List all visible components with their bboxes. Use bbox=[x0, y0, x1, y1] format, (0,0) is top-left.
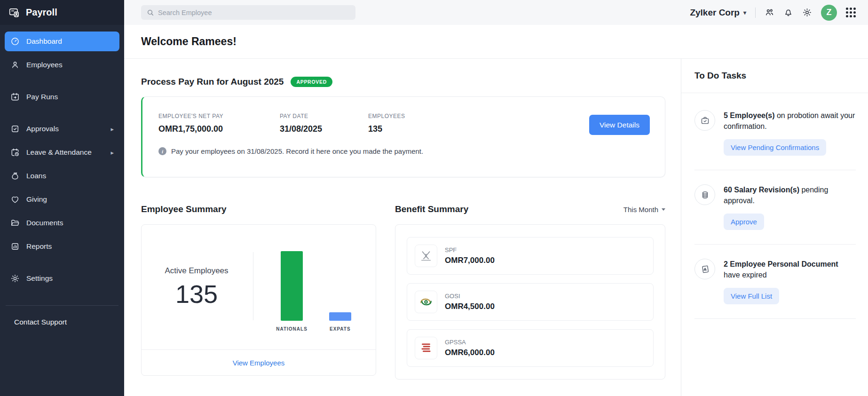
payrun-title: Process Pay Run for August 2025 bbox=[141, 77, 284, 87]
topbar: Zylker Corp ▾ Z bbox=[124, 0, 868, 25]
task-divider bbox=[694, 318, 856, 319]
nationals-bar bbox=[281, 251, 303, 321]
payroll-logo-icon bbox=[8, 7, 21, 19]
document-alert-icon bbox=[694, 259, 715, 279]
stat-pay-date: PAY DATE 31/08/2025 bbox=[280, 113, 368, 134]
stat-value: OMR1,75,000.00 bbox=[158, 124, 280, 134]
welcome-band: Welcome Ramees! bbox=[124, 25, 868, 59]
view-pending-confirmations-button[interactable]: View Pending Confirmations bbox=[724, 139, 826, 156]
sidebar-item-label: Documents bbox=[26, 219, 63, 227]
gosi-logo bbox=[415, 291, 437, 313]
approve-button[interactable]: Approve bbox=[724, 214, 764, 230]
active-employees-count: 135 bbox=[175, 279, 218, 309]
spf-logo bbox=[415, 245, 437, 267]
benefit-summary-section: Benefit Summary This Month SPF bbox=[395, 204, 665, 380]
view-employees-link[interactable]: View Employees bbox=[233, 359, 285, 367]
settings-gear-icon bbox=[10, 274, 20, 283]
stat-label: EMPLOYEES bbox=[368, 113, 405, 119]
vertical-divider bbox=[253, 252, 253, 320]
task-text: 60 Salary Revision(s) pending approval. bbox=[724, 186, 828, 205]
sidebar: Payroll Dashboard Employees Pay Runs App… bbox=[0, 0, 124, 396]
sidebar-item-pay-runs[interactable]: Pay Runs bbox=[5, 87, 119, 107]
benefit-row-gpssa: GPSSA OMR6,000.00 bbox=[407, 329, 654, 367]
employee-summary-title: Employee Summary bbox=[141, 204, 227, 214]
gpssa-logo bbox=[415, 337, 437, 359]
task-divider bbox=[694, 170, 856, 170]
topbar-divider bbox=[755, 8, 756, 18]
sidebar-item-giving[interactable]: Giving bbox=[5, 190, 119, 209]
benefit-name: GPSSA bbox=[445, 339, 495, 346]
org-name: Zylker Corp bbox=[690, 8, 740, 18]
sidebar-item-label: Giving bbox=[26, 195, 47, 204]
nav-group-gap bbox=[5, 111, 119, 119]
payrun-note: Pay your employees on 31/08/2025. Record… bbox=[171, 147, 423, 155]
sidebar-item-label: Loans bbox=[26, 172, 46, 180]
sidebar-item-label: Dashboard bbox=[26, 37, 62, 46]
sidebar-item-dashboard[interactable]: Dashboard bbox=[5, 32, 119, 51]
sidebar-item-label: Leave & Attendance bbox=[26, 148, 92, 157]
search-icon bbox=[147, 9, 154, 16]
period-filter-dropdown[interactable]: This Month bbox=[623, 206, 665, 214]
sidebar-item-leave-attendance[interactable]: Leave & Attendance ▸ bbox=[5, 143, 119, 162]
stat-label: EMPLOYEE'S NET PAY bbox=[158, 113, 280, 119]
notifications-bell-icon[interactable] bbox=[783, 8, 793, 17]
todo-title: To Do Tasks bbox=[694, 71, 746, 81]
stat-employees: EMPLOYEES 135 bbox=[368, 113, 405, 134]
sidebar-item-label: Reports bbox=[26, 242, 52, 251]
leave-attendance-icon bbox=[10, 148, 20, 157]
benefit-row-gosi: GOSI OMR4,500.00 bbox=[407, 283, 654, 321]
view-details-button[interactable]: View Details bbox=[589, 115, 650, 135]
nav-group-gap bbox=[5, 260, 119, 269]
task-text: 2 Employee Personal Document have expire… bbox=[724, 260, 838, 279]
stat-value: 31/08/2025 bbox=[280, 124, 368, 134]
sidebar-item-approvals[interactable]: Approvals ▸ bbox=[5, 119, 119, 139]
payrun-card: EMPLOYEE'S NET PAY OMR1,75,000.00 PAY DA… bbox=[141, 96, 665, 177]
stat-label: PAY DATE bbox=[280, 113, 368, 119]
benefit-summary-card: SPF OMR7,000.00 GOSI OMR4,500.00 bbox=[395, 224, 665, 380]
benefit-summary-title: Benefit Summary bbox=[395, 204, 468, 214]
sidebar-item-employees[interactable]: Employees bbox=[5, 55, 119, 75]
apps-grid-icon[interactable] bbox=[846, 8, 856, 17]
bar-label: NATIONALS bbox=[276, 326, 308, 332]
avatar-letter: Z bbox=[827, 8, 832, 17]
app-title: Payroll bbox=[26, 7, 57, 18]
status-badge: APPROVED bbox=[291, 77, 332, 87]
sidebar-item-label: Pay Runs bbox=[26, 93, 58, 101]
bar-nationals: NATIONALS bbox=[276, 251, 308, 332]
benefit-row-spf: SPF OMR7,000.00 bbox=[407, 237, 654, 275]
view-full-list-button[interactable]: View Full List bbox=[724, 288, 779, 304]
task-probation-confirmations: 5 Employee(s) on probotion await your co… bbox=[694, 110, 856, 156]
sidebar-item-loans[interactable]: Loans bbox=[5, 166, 119, 186]
task-expired-documents: 2 Employee Personal Document have expire… bbox=[694, 259, 856, 304]
task-divider bbox=[694, 244, 856, 245]
active-employees-stat: Active Employees 135 bbox=[142, 225, 252, 349]
sidebar-item-settings[interactable]: Settings bbox=[5, 269, 119, 288]
expats-bar bbox=[329, 312, 351, 321]
caret-down-icon bbox=[662, 208, 665, 211]
main-content: Process Pay Run for August 2025 APPROVED… bbox=[124, 59, 681, 396]
employee-summary-section: Employee Summary Active Employees 135 bbox=[141, 204, 376, 380]
stat-net-pay: EMPLOYEE'S NET PAY OMR1,75,000.00 bbox=[158, 113, 280, 134]
sidebar-item-reports[interactable]: Reports bbox=[5, 237, 119, 256]
sidebar-item-label: Approvals bbox=[26, 125, 59, 133]
todo-panel: To Do Tasks 5 Employee(s) on probotion a… bbox=[681, 59, 868, 396]
org-switcher[interactable]: Zylker Corp ▾ bbox=[690, 8, 746, 18]
search-input[interactable] bbox=[158, 9, 350, 16]
user-avatar[interactable]: Z bbox=[821, 5, 837, 21]
coins-icon bbox=[694, 184, 715, 205]
contact-support-link[interactable]: Contact Support bbox=[0, 306, 124, 326]
info-icon: i bbox=[158, 147, 166, 155]
approvals-icon bbox=[10, 124, 20, 134]
page-title: Welcome Ramees! bbox=[141, 35, 237, 48]
sidebar-item-documents[interactable]: Documents bbox=[5, 213, 119, 233]
chevron-down-icon: ▾ bbox=[743, 9, 746, 16]
period-filter-value: This Month bbox=[623, 206, 658, 214]
settings-gear-icon[interactable] bbox=[802, 8, 812, 17]
search-box[interactable] bbox=[141, 5, 355, 20]
reports-icon bbox=[10, 242, 20, 251]
sidebar-item-label: Employees bbox=[26, 61, 63, 69]
referrals-users-icon[interactable] bbox=[765, 8, 774, 17]
task-salary-revisions: 60 Salary Revision(s) pending approval. … bbox=[694, 184, 856, 230]
dashboard-icon bbox=[10, 37, 20, 46]
benefit-amount: OMR4,500.00 bbox=[445, 302, 495, 311]
